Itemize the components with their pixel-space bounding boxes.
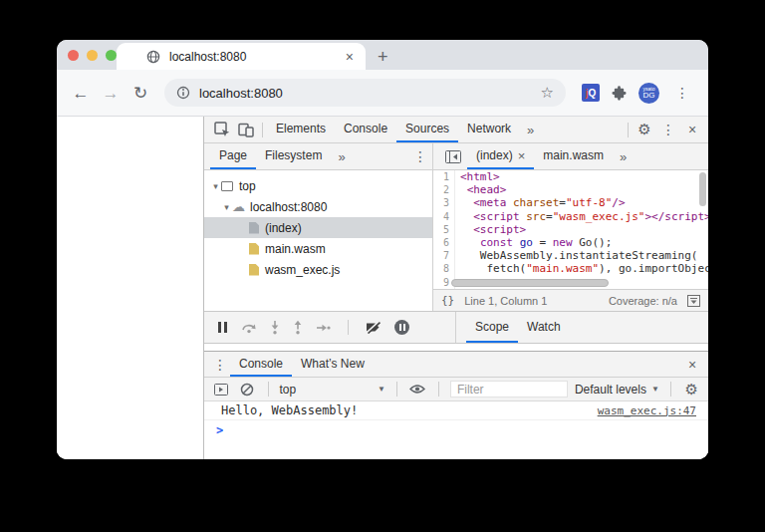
- vertical-scrollbar[interactable]: [699, 172, 706, 206]
- step-icon[interactable]: [316, 323, 331, 333]
- line-number: 7: [433, 249, 455, 262]
- close-tab-icon[interactable]: ×: [344, 50, 356, 64]
- code-line: 3 <meta charset="utf-8"/>: [433, 196, 708, 209]
- line-number: 6: [433, 236, 455, 249]
- code-line: 2 <head>: [433, 183, 708, 196]
- more-navigator-tabs-button[interactable]: »: [331, 143, 352, 169]
- file-icon: [249, 243, 259, 255]
- close-window-button[interactable]: [68, 50, 79, 61]
- drawer-menu-icon[interactable]: ⋮: [210, 352, 230, 377]
- tab-network[interactable]: Network: [458, 117, 520, 142]
- extensions-puzzle-icon[interactable]: [612, 86, 627, 101]
- debugger-toolbar: [204, 312, 456, 343]
- debugger-tab-scope[interactable]: Scope: [466, 312, 518, 343]
- tab-console[interactable]: Console: [335, 117, 396, 142]
- code-text: <script>: [460, 223, 526, 236]
- address-bar[interactable]: localhost:8080 ☆: [164, 79, 566, 107]
- code-line: 5 <script>: [433, 223, 708, 236]
- code-text: <html>: [460, 170, 500, 183]
- browser-menu-icon[interactable]: ⋮: [669, 85, 696, 101]
- code-token: Go();: [573, 236, 613, 249]
- live-expression-eye-icon[interactable]: [408, 384, 427, 395]
- navigator-tab-label: Page: [219, 148, 247, 162]
- horizontal-scrollbar[interactable]: [451, 279, 609, 287]
- code-line: 8 fetch("main.wasm"), go.importObject).t…: [433, 262, 708, 275]
- profile-avatar[interactable]: ysato DG: [638, 83, 659, 104]
- tree-item-label: wasm_exec.js: [265, 263, 340, 277]
- tree-item-wasm-exec-js[interactable]: wasm_exec.js: [204, 259, 432, 280]
- devtools-second-row: PageFilesystem » ⋮ (index)×main.wasm »: [204, 143, 708, 170]
- drawer-tab-what-s-new[interactable]: What’s New: [292, 352, 374, 377]
- divider: [348, 320, 349, 335]
- devtools-menu-icon[interactable]: ⋮: [656, 117, 680, 142]
- deactivate-breakpoints-icon[interactable]: [366, 321, 382, 334]
- site-info-icon[interactable]: [176, 86, 190, 100]
- tree-item-top[interactable]: ▾top: [204, 175, 432, 196]
- console-output: Hello, WebAssembly! wasm_exec.js:47 >: [204, 401, 708, 459]
- window-controls: [68, 50, 117, 61]
- new-tab-button[interactable]: +: [366, 44, 400, 70]
- code-token: <head>: [467, 183, 507, 196]
- pause-on-exceptions-icon[interactable]: [394, 320, 409, 335]
- toggle-navigator-icon[interactable]: [439, 143, 467, 169]
- line-number: 2: [433, 183, 455, 196]
- back-button[interactable]: ←: [69, 85, 93, 102]
- reload-button[interactable]: ↻: [128, 85, 152, 102]
- line-number: 5: [433, 223, 455, 236]
- device-toolbar-icon[interactable]: [234, 117, 258, 142]
- console-source-link[interactable]: wasm_exec.js:47: [598, 404, 696, 417]
- tab-elements[interactable]: Elements: [267, 117, 335, 142]
- tab-sources[interactable]: Sources: [396, 117, 458, 142]
- settings-gear-icon[interactable]: ⚙: [633, 117, 656, 142]
- editor-tab-index[interactable]: (index)×: [467, 143, 534, 169]
- more-editor-tabs-button[interactable]: »: [613, 143, 634, 169]
- forward-button[interactable]: →: [99, 85, 123, 102]
- pause-script-icon[interactable]: [216, 322, 228, 333]
- console-filter-input[interactable]: [450, 381, 568, 398]
- minimize-window-button[interactable]: [87, 50, 98, 61]
- navigator-tab-page[interactable]: Page: [210, 143, 256, 169]
- code-token: ), go.importObject).then(: [599, 262, 708, 275]
- clear-console-icon[interactable]: [237, 383, 256, 397]
- sources-body: ▾top▾☁localhost:8080(index)main.wasmwasm…: [204, 170, 708, 311]
- close-drawer-icon[interactable]: ×: [682, 352, 702, 377]
- close-icon[interactable]: ×: [518, 149, 526, 162]
- tree-item-localhost-8080[interactable]: ▾☁localhost:8080: [204, 196, 432, 217]
- page-content: [57, 117, 204, 459]
- console-settings-gear-icon[interactable]: ⚙: [682, 381, 701, 399]
- code-text: const go = new Go();: [460, 236, 612, 249]
- console-prompt-row[interactable]: >: [204, 420, 708, 439]
- inspect-element-icon[interactable]: [210, 117, 234, 142]
- step-over-icon[interactable]: [241, 321, 257, 334]
- pretty-print-button[interactable]: {}: [441, 294, 454, 307]
- debugger-row: ScopeWatch: [204, 311, 708, 344]
- navigator-tab-filesystem[interactable]: Filesystem: [256, 143, 331, 169]
- code-editor[interactable]: 1<html>2 <head>3 <meta charset="utf-8"/>…: [433, 170, 708, 289]
- log-levels-selector[interactable]: Default levels ▼: [575, 383, 659, 397]
- editor-tab-main-wasm[interactable]: main.wasm: [534, 143, 613, 169]
- tree-item-main-wasm[interactable]: main.wasm: [204, 238, 432, 259]
- expand-arrow-icon[interactable]: ▾: [210, 181, 221, 191]
- close-devtools-icon[interactable]: ×: [680, 117, 704, 142]
- navigator-menu-icon[interactable]: ⋮: [408, 143, 432, 169]
- tab-title: localhost:8080: [169, 50, 335, 64]
- context-selector[interactable]: top ▼: [280, 383, 385, 397]
- jquery-extension-icon[interactable]: jQ: [582, 84, 600, 102]
- step-into-icon[interactable]: [270, 320, 280, 335]
- more-panels-button[interactable]: »: [520, 117, 541, 142]
- drawer-tab-console[interactable]: Console: [230, 352, 292, 377]
- step-out-icon[interactable]: [293, 320, 303, 335]
- expand-arrow-icon[interactable]: ▾: [221, 202, 232, 212]
- panel-dropdown-icon[interactable]: [687, 295, 700, 307]
- bookmark-star-icon[interactable]: ☆: [541, 84, 554, 102]
- file-navigator: ▾top▾☁localhost:8080(index)main.wasmwasm…: [204, 170, 433, 311]
- code-token: [460, 183, 467, 196]
- debugger-tab-watch[interactable]: Watch: [518, 312, 570, 343]
- navigator-tab-label: Filesystem: [265, 148, 322, 162]
- tree-item-index[interactable]: (index): [204, 217, 432, 238]
- coverage-status: Coverage: n/a: [609, 295, 677, 307]
- browser-tab[interactable]: localhost:8080 ×: [117, 43, 366, 70]
- zoom-window-button[interactable]: [106, 50, 117, 61]
- console-sidebar-icon[interactable]: [211, 384, 230, 396]
- code-token: <html>: [460, 170, 500, 183]
